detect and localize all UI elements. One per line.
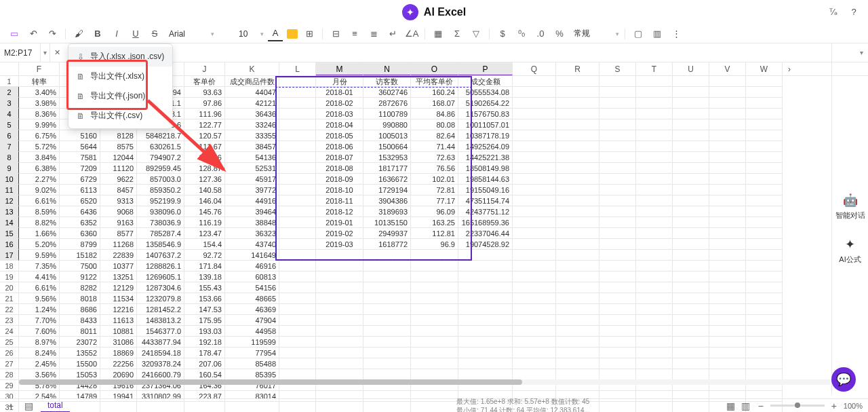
cell[interactable]: 990880: [363, 119, 411, 130]
cell[interactable]: 952199.9: [137, 195, 184, 206]
cell[interactable]: 1500664: [363, 141, 411, 152]
cell[interactable]: [673, 293, 709, 304]
cell[interactable]: [636, 119, 673, 130]
cell[interactable]: [636, 76, 673, 87]
cell[interactable]: 6.61%: [19, 195, 60, 206]
cell[interactable]: [673, 239, 709, 250]
cell[interactable]: [636, 98, 673, 109]
cell[interactable]: [599, 98, 636, 109]
cell[interactable]: 7.70%: [19, 315, 60, 326]
cell[interactable]: [513, 315, 556, 326]
cell[interactable]: [556, 98, 599, 109]
cell[interactable]: [556, 163, 599, 174]
cell[interactable]: 102.01: [411, 174, 458, 185]
cell[interactable]: 738036.9: [137, 217, 184, 228]
cell[interactable]: [746, 304, 783, 315]
cell[interactable]: 1618772: [363, 239, 411, 250]
col-header-O[interactable]: O: [411, 62, 458, 75]
rotate-icon[interactable]: ∠A: [404, 26, 419, 41]
cell[interactable]: 9.99%: [19, 119, 60, 130]
cell[interactable]: [599, 348, 636, 358]
cell[interactable]: 36323: [225, 228, 279, 239]
row-header[interactable]: 13: [0, 206, 19, 217]
cell[interactable]: 44916: [225, 195, 279, 206]
cell[interactable]: 10011057.01: [458, 119, 513, 130]
cell[interactable]: [556, 358, 599, 369]
cell[interactable]: 7500: [60, 261, 100, 271]
cell[interactable]: 76.56: [411, 163, 458, 174]
cell[interactable]: [411, 337, 458, 348]
cell[interactable]: [556, 293, 599, 304]
cell[interactable]: 9.02%: [19, 185, 60, 195]
cell[interactable]: [316, 271, 363, 282]
cell[interactable]: [556, 130, 599, 141]
cond-format-icon[interactable]: ▦: [431, 26, 446, 41]
cell[interactable]: [673, 141, 709, 152]
col-header-W[interactable]: W: [746, 62, 783, 75]
cell[interactable]: 2018-09: [316, 174, 363, 185]
row-header[interactable]: 4: [0, 109, 19, 119]
cell[interactable]: [599, 87, 636, 98]
cell[interactable]: [709, 174, 746, 185]
cell[interactable]: 46916: [225, 261, 279, 271]
cell[interactable]: [556, 348, 599, 358]
cell[interactable]: 2018-05: [316, 130, 363, 141]
cell[interactable]: 38848: [225, 217, 279, 228]
cell[interactable]: [316, 315, 363, 326]
cell[interactable]: [709, 195, 746, 206]
cell[interactable]: 13552: [60, 348, 100, 358]
cell[interactable]: 122.77: [184, 119, 225, 130]
cell[interactable]: [279, 119, 316, 130]
cell[interactable]: [746, 174, 783, 185]
cell[interactable]: 140.58: [184, 185, 225, 195]
cell[interactable]: 111.67: [184, 141, 225, 152]
cell[interactable]: [746, 369, 783, 380]
cell[interactable]: 1.66%: [19, 228, 60, 239]
cell[interactable]: 9163: [100, 217, 137, 228]
cell[interactable]: 8.36%: [19, 109, 60, 119]
cell[interactable]: 165168959.36: [458, 217, 513, 228]
cell[interactable]: 50555534.08: [458, 87, 513, 98]
cell[interactable]: 8457: [100, 185, 137, 195]
underline-icon[interactable]: U: [128, 26, 143, 41]
cell[interactable]: 84.86: [411, 109, 458, 119]
cell[interactable]: 192.18: [184, 337, 225, 348]
col-header-R[interactable]: R: [556, 62, 599, 75]
cell[interactable]: 12044: [100, 152, 137, 163]
cell[interactable]: 6.61%: [19, 282, 60, 293]
cell[interactable]: 31086: [100, 337, 137, 348]
cell[interactable]: [599, 326, 636, 337]
cell[interactable]: 33246: [225, 119, 279, 130]
cell[interactable]: 123.47: [184, 228, 225, 239]
cell[interactable]: [673, 195, 709, 206]
cell[interactable]: [363, 358, 411, 369]
cell[interactable]: [599, 239, 636, 250]
cell[interactable]: 3189693: [363, 206, 411, 217]
row-header[interactable]: 14: [0, 217, 19, 228]
cell[interactable]: [746, 315, 783, 326]
cell[interactable]: 119599: [225, 337, 279, 348]
row-header[interactable]: 24: [0, 326, 19, 337]
cell[interactable]: [458, 337, 513, 348]
zoom-out-icon[interactable]: −: [755, 400, 766, 411]
cell[interactable]: 2018-12: [316, 206, 363, 217]
col-header-T[interactable]: T: [636, 62, 673, 75]
cell[interactable]: 8.97%: [19, 337, 60, 348]
cell[interactable]: 153.66: [184, 293, 225, 304]
cell[interactable]: [279, 195, 316, 206]
cell[interactable]: [636, 337, 673, 348]
cell-ref-dropdown-icon[interactable]: ▾: [41, 43, 50, 62]
cell[interactable]: [279, 76, 316, 87]
cell[interactable]: 8282: [60, 282, 100, 293]
cell[interactable]: 48665: [225, 293, 279, 304]
cell[interactable]: 5160: [60, 130, 100, 141]
cell[interactable]: [709, 250, 746, 261]
cell[interactable]: [636, 163, 673, 174]
cell[interactable]: [316, 250, 363, 261]
cell[interactable]: [458, 250, 513, 261]
cell[interactable]: 11576750.83: [458, 109, 513, 119]
cell[interactable]: 1358546.9: [137, 239, 184, 250]
row-header[interactable]: 23: [0, 315, 19, 326]
row-header[interactable]: 19: [0, 271, 19, 282]
cell[interactable]: 42437751.12: [458, 206, 513, 217]
